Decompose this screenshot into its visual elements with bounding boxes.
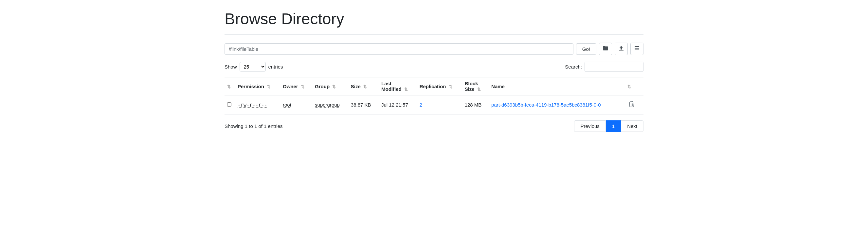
row-checkbox-cell xyxy=(224,96,235,114)
col-actions: ⇅ xyxy=(623,77,644,96)
col-size[interactable]: Size ⇅ xyxy=(348,77,379,96)
row-actions xyxy=(623,96,644,114)
file-name-link[interactable]: part-d6393b5b-feca-4119-b178-5ae5bc8381f… xyxy=(491,102,600,108)
delete-button[interactable] xyxy=(626,99,637,110)
upload-icon xyxy=(618,45,624,53)
upload-button[interactable] xyxy=(615,43,628,55)
sort-icon-replication: ⇅ xyxy=(449,84,452,89)
sort-icon-permission: ⇅ xyxy=(267,84,270,89)
page-title: Browse Directory xyxy=(224,10,644,28)
row-group: supergroup xyxy=(312,96,348,114)
folder-icon xyxy=(602,45,609,53)
go-button[interactable]: Go! xyxy=(576,43,596,55)
show-entries: Show 10 25 50 100 entries xyxy=(224,62,283,72)
col-checkbox: ⇅ xyxy=(224,77,235,96)
show-label: Show xyxy=(224,64,237,70)
row-block-size: 128 MB xyxy=(462,96,489,114)
sort-icon-block-size: ⇅ xyxy=(477,87,481,92)
svg-rect-0 xyxy=(634,46,639,47)
title-divider xyxy=(224,34,644,35)
col-block-size[interactable]: BlockSize ⇅ xyxy=(462,77,489,96)
path-input[interactable] xyxy=(224,43,574,55)
showing-text: Showing 1 to 1 of 1 entries xyxy=(224,123,283,129)
sort-icon-size: ⇅ xyxy=(363,84,367,89)
entries-label: entries xyxy=(269,64,283,70)
list-button[interactable] xyxy=(630,43,644,55)
pagination: Previous 1 Next xyxy=(574,120,644,132)
list-icon xyxy=(634,45,640,53)
col-replication[interactable]: Replication ⇅ xyxy=(417,77,462,96)
path-bar: Go! xyxy=(224,43,644,55)
replication-link[interactable]: 2 xyxy=(420,102,422,108)
search-input[interactable] xyxy=(585,62,644,72)
file-table-wrap: ⇅ Permission ⇅ Owner ⇅ Group ⇅ xyxy=(224,77,644,114)
table-row: -rw-r--r-- root supergroup 38.87 KB Jul … xyxy=(224,96,644,114)
file-table: ⇅ Permission ⇅ Owner ⇅ Group ⇅ xyxy=(224,77,644,114)
col-name[interactable]: Name xyxy=(489,77,623,96)
footer-row: Showing 1 to 1 of 1 entries Previous 1 N… xyxy=(224,120,644,132)
page-1-button[interactable]: 1 xyxy=(606,120,621,132)
sort-icon-actions: ⇅ xyxy=(627,84,631,89)
svg-rect-1 xyxy=(634,48,639,49)
row-last-modified: Jul 12 21:57 xyxy=(379,96,417,114)
folder-button[interactable] xyxy=(599,43,612,55)
search-box: Search: xyxy=(565,62,644,72)
col-permission[interactable]: Permission ⇅ xyxy=(235,77,280,96)
col-last-modified[interactable]: LastModified ⇅ xyxy=(379,77,417,96)
row-permission: -rw-r--r-- xyxy=(235,96,280,114)
row-name: part-d6393b5b-feca-4119-b178-5ae5bc8381f… xyxy=(489,96,623,114)
sort-icon-owner: ⇅ xyxy=(301,84,304,89)
search-label: Search: xyxy=(565,64,582,70)
sort-icon-checkbox: ⇅ xyxy=(227,84,231,89)
row-checkbox[interactable] xyxy=(227,102,231,107)
next-button[interactable]: Next xyxy=(621,120,644,132)
entries-select[interactable]: 10 25 50 100 xyxy=(240,62,266,72)
row-size: 38.87 KB xyxy=(348,96,379,114)
col-group[interactable]: Group ⇅ xyxy=(312,77,348,96)
col-owner[interactable]: Owner ⇅ xyxy=(280,77,312,96)
svg-rect-2 xyxy=(634,50,639,50)
sort-icon-group: ⇅ xyxy=(332,84,336,89)
controls-row: Show 10 25 50 100 entries Search: xyxy=(224,62,644,72)
sort-icon-last-modified: ⇅ xyxy=(404,87,408,92)
previous-button[interactable]: Previous xyxy=(574,120,606,132)
table-header-row: ⇅ Permission ⇅ Owner ⇅ Group ⇅ xyxy=(224,77,644,96)
row-owner: root xyxy=(280,96,312,114)
row-replication: 2 xyxy=(417,96,462,114)
